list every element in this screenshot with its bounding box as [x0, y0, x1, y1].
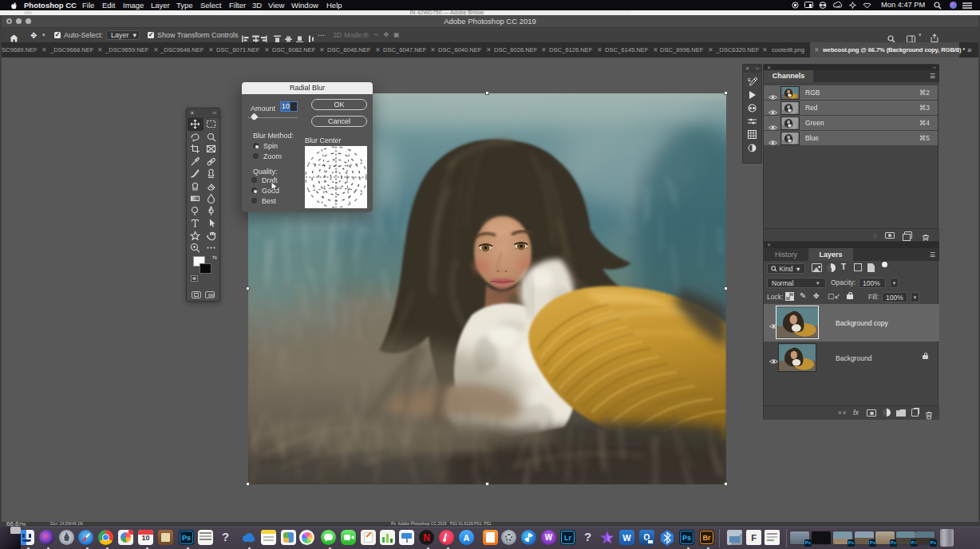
svg-text:E: E: [748, 77, 751, 82]
